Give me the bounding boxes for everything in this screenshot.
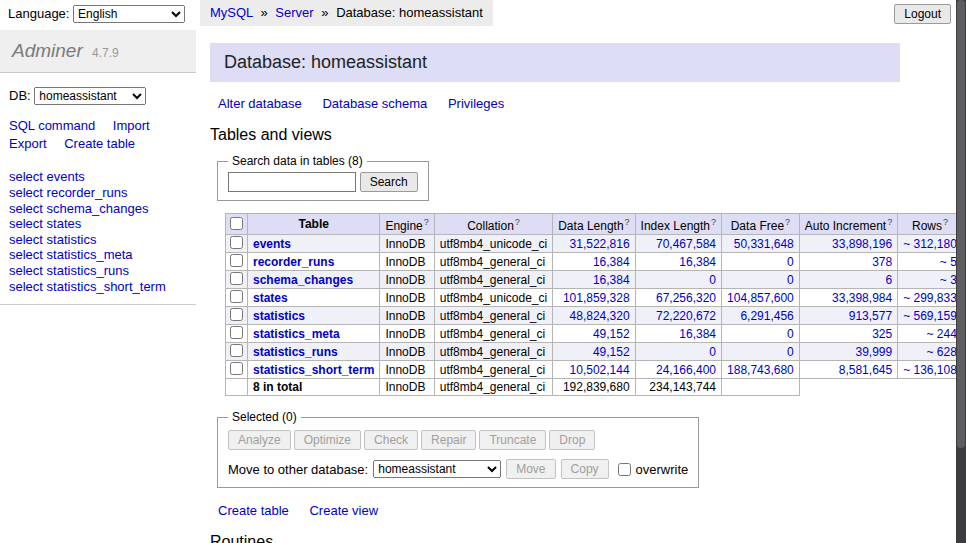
sidebar-item-select-statistics-meta[interactable]: select statistics_meta xyxy=(9,247,187,263)
collation-cell: utf8mb4_general_ci xyxy=(434,325,552,343)
rows-count-link[interactable]: ~ 569,159 xyxy=(903,309,957,323)
scrollbar-thumb[interactable] xyxy=(957,0,965,448)
row-checkbox[interactable] xyxy=(230,326,243,339)
select-all-cell xyxy=(226,214,248,235)
sidebar-item-select-statistics[interactable]: select statistics xyxy=(9,232,187,248)
repair-button[interactable]: Repair xyxy=(421,430,476,450)
breadcrumb-server-link[interactable]: Server xyxy=(275,5,313,20)
sidebar-actions: SQL command Import Export Create table xyxy=(0,105,196,153)
row-checkbox[interactable] xyxy=(230,362,243,375)
rows-count-cell: ~ 628 xyxy=(898,343,963,361)
engine-help-link[interactable]: ? xyxy=(424,217,429,227)
table-name-link[interactable]: statistics xyxy=(253,309,305,323)
engine-cell: InnoDB xyxy=(380,361,434,379)
rows-help-link[interactable]: ? xyxy=(943,217,948,227)
auto-increment-cell: 913,577 xyxy=(799,307,897,325)
scrollbar[interactable] xyxy=(956,0,966,543)
rows-count-link[interactable]: ~ 628 xyxy=(927,345,957,359)
table-name-link[interactable]: statistics_short_term xyxy=(253,363,374,377)
data-length-help-link[interactable]: ? xyxy=(625,217,630,227)
routines-heading: Routines xyxy=(210,533,956,543)
table-name-link[interactable]: statistics_runs xyxy=(253,345,338,359)
copy-button[interactable]: Copy xyxy=(561,459,609,479)
sidebar-item-select-events[interactable]: select events xyxy=(9,169,187,185)
table-name-link[interactable]: schema_changes xyxy=(253,273,353,287)
db-select[interactable]: homeassistant xyxy=(34,87,146,105)
data-length-cell: 10,502,144 xyxy=(553,361,635,379)
sidebar-link-sql-command[interactable]: SQL command xyxy=(9,118,95,133)
sidebar-item-select-statistics-runs[interactable]: select statistics_runs xyxy=(9,263,187,279)
optimize-button[interactable]: Optimize xyxy=(294,430,361,450)
table-row: states InnoDB utf8mb4_unicode_ci 101,859… xyxy=(226,289,966,307)
overwrite-checkbox[interactable] xyxy=(618,463,631,476)
table-row: statistics InnoDB utf8mb4_general_ci 48,… xyxy=(226,307,966,325)
analyze-button[interactable]: Analyze xyxy=(228,430,291,450)
engine-cell: InnoDB xyxy=(380,325,434,343)
move-database-select[interactable]: homeassistant xyxy=(373,460,501,478)
truncate-button[interactable]: Truncate xyxy=(479,430,546,450)
breadcrumb-mysql-link[interactable]: MySQL xyxy=(210,5,253,20)
data-free-cell: 0 xyxy=(722,253,800,271)
table-name-link[interactable]: events xyxy=(253,237,291,251)
rows-count-link[interactable]: ~ 299,833 xyxy=(903,291,957,305)
sidebar-item-select-recorder-runs[interactable]: select recorder_runs xyxy=(9,185,187,201)
database-schema-link[interactable]: Database schema xyxy=(322,96,427,111)
row-checkbox[interactable] xyxy=(230,272,243,285)
rows-count-link[interactable]: ~ 312,180 xyxy=(903,237,957,251)
rows-count-link[interactable]: ~ 5 xyxy=(940,255,957,269)
rows-count-cell: ~ 312,180 xyxy=(898,235,963,253)
sidebar-item-select-schema-changes[interactable]: select schema_changes xyxy=(9,201,187,217)
sidebar-link-create-table[interactable]: Create table xyxy=(64,136,135,151)
rows-count-link[interactable]: ~ 3 xyxy=(940,273,957,287)
move-button[interactable]: Move xyxy=(506,459,555,479)
data-length-cell: 16,384 xyxy=(553,253,635,271)
move-row: Move to other database: homeassistant Mo… xyxy=(228,459,688,479)
rows-count-cell: ~ 299,833 xyxy=(898,289,963,307)
sidebar: Adminer 4.7.9 DB: homeassistant SQL comm… xyxy=(0,30,196,305)
main-content: MySQL » Server » Database: homeassistant… xyxy=(200,0,956,543)
sidebar-link-import[interactable]: Import xyxy=(113,118,150,133)
total-empty-cell xyxy=(226,379,248,396)
check-button[interactable]: Check xyxy=(364,430,418,450)
page-title: Database: homeassistant xyxy=(210,43,900,82)
index-length-cell: 0 xyxy=(635,343,721,361)
table-name-link[interactable]: states xyxy=(253,291,288,305)
table-name-link[interactable]: statistics_meta xyxy=(253,327,340,341)
rows-count-link[interactable]: ~ 136,108 xyxy=(903,363,957,377)
alter-database-link[interactable]: Alter database xyxy=(218,96,302,111)
search-input[interactable] xyxy=(228,172,356,192)
header-table: Table xyxy=(248,214,380,235)
data-free-help-link[interactable]: ? xyxy=(785,217,790,227)
row-checkbox[interactable] xyxy=(230,290,243,303)
select-all-checkbox[interactable] xyxy=(230,217,243,230)
collation-help-link[interactable]: ? xyxy=(515,217,520,227)
table-name-cell: statistics_meta xyxy=(248,325,380,343)
language-select[interactable]: English xyxy=(73,5,185,23)
drop-button[interactable]: Drop xyxy=(549,430,595,450)
row-checkbox[interactable] xyxy=(230,254,243,267)
search-button[interactable]: Search xyxy=(360,172,418,192)
total-label-cell: 8 in total xyxy=(248,379,380,396)
sidebar-item-select-states[interactable]: select states xyxy=(9,216,187,232)
privileges-link[interactable]: Privileges xyxy=(448,96,504,111)
index-length-help-link[interactable]: ? xyxy=(711,217,716,227)
row-checkbox[interactable] xyxy=(230,308,243,321)
row-checkbox[interactable] xyxy=(230,344,243,357)
engine-cell: InnoDB xyxy=(380,253,434,271)
sidebar-link-export[interactable]: Export xyxy=(9,136,47,151)
table-name-link[interactable]: recorder_runs xyxy=(253,255,334,269)
engine-cell: InnoDB xyxy=(380,343,434,361)
rows-count-link[interactable]: ~ 244 xyxy=(927,327,957,341)
collation-cell: utf8mb4_unicode_ci xyxy=(434,235,552,253)
table-row: events InnoDB utf8mb4_unicode_ci 31,522,… xyxy=(226,235,966,253)
auto-increment-help-link[interactable]: ? xyxy=(887,217,892,227)
sidebar-item-select-statistics-short-term[interactable]: select statistics_short_term xyxy=(9,279,187,295)
create-view-link[interactable]: Create view xyxy=(309,503,378,518)
row-checkbox[interactable] xyxy=(230,236,243,249)
total-index-length-cell: 234,143,744 xyxy=(635,379,721,396)
row-select-cell xyxy=(226,253,248,271)
create-table-link[interactable]: Create table xyxy=(218,503,289,518)
index-length-cell: 16,384 xyxy=(635,325,721,343)
rows-count-cell: ~ 569,159 xyxy=(898,307,963,325)
rows-count-cell: ~ 3 xyxy=(898,271,963,289)
